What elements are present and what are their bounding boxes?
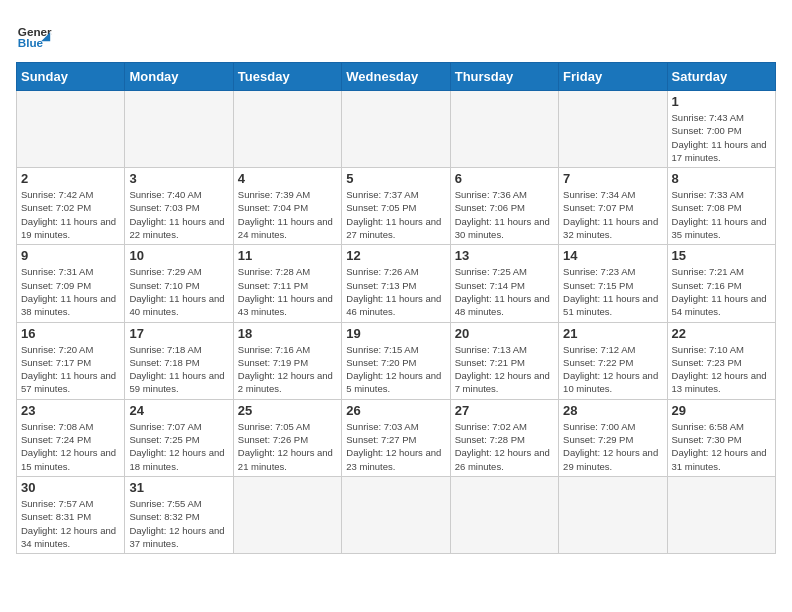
day-number: 28: [563, 403, 662, 418]
calendar-cell: 7Sunrise: 7:34 AM Sunset: 7:07 PM Daylig…: [559, 168, 667, 245]
day-number: 10: [129, 248, 228, 263]
calendar-cell: [342, 91, 450, 168]
day-number: 15: [672, 248, 771, 263]
day-number: 13: [455, 248, 554, 263]
day-info: Sunrise: 7:23 AM Sunset: 7:15 PM Dayligh…: [563, 265, 662, 318]
day-info: Sunrise: 7:28 AM Sunset: 7:11 PM Dayligh…: [238, 265, 337, 318]
calendar-cell: 12Sunrise: 7:26 AM Sunset: 7:13 PM Dayli…: [342, 245, 450, 322]
calendar-cell: 10Sunrise: 7:29 AM Sunset: 7:10 PM Dayli…: [125, 245, 233, 322]
day-info: Sunrise: 7:39 AM Sunset: 7:04 PM Dayligh…: [238, 188, 337, 241]
calendar-cell: [233, 91, 341, 168]
calendar-cell: 5Sunrise: 7:37 AM Sunset: 7:05 PM Daylig…: [342, 168, 450, 245]
calendar-cell: 22Sunrise: 7:10 AM Sunset: 7:23 PM Dayli…: [667, 322, 775, 399]
calendar-cell: [233, 476, 341, 553]
weekday-header: Saturday: [667, 63, 775, 91]
calendar-cell: [450, 91, 558, 168]
day-number: 16: [21, 326, 120, 341]
calendar: SundayMondayTuesdayWednesdayThursdayFrid…: [16, 62, 776, 554]
day-info: Sunrise: 7:34 AM Sunset: 7:07 PM Dayligh…: [563, 188, 662, 241]
calendar-cell: 14Sunrise: 7:23 AM Sunset: 7:15 PM Dayli…: [559, 245, 667, 322]
calendar-cell: [125, 91, 233, 168]
logo: General Blue: [16, 16, 58, 52]
calendar-week-row: 30Sunrise: 7:57 AM Sunset: 8:31 PM Dayli…: [17, 476, 776, 553]
day-info: Sunrise: 7:42 AM Sunset: 7:02 PM Dayligh…: [21, 188, 120, 241]
calendar-week-row: 16Sunrise: 7:20 AM Sunset: 7:17 PM Dayli…: [17, 322, 776, 399]
day-info: Sunrise: 7:12 AM Sunset: 7:22 PM Dayligh…: [563, 343, 662, 396]
day-number: 6: [455, 171, 554, 186]
day-number: 24: [129, 403, 228, 418]
day-number: 22: [672, 326, 771, 341]
day-number: 19: [346, 326, 445, 341]
weekday-header: Thursday: [450, 63, 558, 91]
calendar-week-row: 2Sunrise: 7:42 AM Sunset: 7:02 PM Daylig…: [17, 168, 776, 245]
day-number: 2: [21, 171, 120, 186]
calendar-cell: 9Sunrise: 7:31 AM Sunset: 7:09 PM Daylig…: [17, 245, 125, 322]
day-number: 25: [238, 403, 337, 418]
header: General Blue: [16, 16, 776, 52]
day-number: 27: [455, 403, 554, 418]
day-info: Sunrise: 7:02 AM Sunset: 7:28 PM Dayligh…: [455, 420, 554, 473]
calendar-cell: 30Sunrise: 7:57 AM Sunset: 8:31 PM Dayli…: [17, 476, 125, 553]
svg-text:Blue: Blue: [18, 36, 44, 49]
calendar-cell: 8Sunrise: 7:33 AM Sunset: 7:08 PM Daylig…: [667, 168, 775, 245]
day-number: 8: [672, 171, 771, 186]
logo-icon: General Blue: [16, 16, 52, 52]
calendar-cell: 24Sunrise: 7:07 AM Sunset: 7:25 PM Dayli…: [125, 399, 233, 476]
day-info: Sunrise: 7:29 AM Sunset: 7:10 PM Dayligh…: [129, 265, 228, 318]
calendar-body: 1Sunrise: 7:43 AM Sunset: 7:00 PM Daylig…: [17, 91, 776, 554]
day-info: Sunrise: 7:25 AM Sunset: 7:14 PM Dayligh…: [455, 265, 554, 318]
day-info: Sunrise: 7:33 AM Sunset: 7:08 PM Dayligh…: [672, 188, 771, 241]
calendar-cell: 21Sunrise: 7:12 AM Sunset: 7:22 PM Dayli…: [559, 322, 667, 399]
calendar-cell: 23Sunrise: 7:08 AM Sunset: 7:24 PM Dayli…: [17, 399, 125, 476]
calendar-cell: [559, 476, 667, 553]
day-number: 30: [21, 480, 120, 495]
calendar-cell: [559, 91, 667, 168]
calendar-cell: 16Sunrise: 7:20 AM Sunset: 7:17 PM Dayli…: [17, 322, 125, 399]
calendar-cell: 20Sunrise: 7:13 AM Sunset: 7:21 PM Dayli…: [450, 322, 558, 399]
day-number: 20: [455, 326, 554, 341]
day-number: 14: [563, 248, 662, 263]
day-info: Sunrise: 6:58 AM Sunset: 7:30 PM Dayligh…: [672, 420, 771, 473]
day-number: 1: [672, 94, 771, 109]
calendar-cell: [667, 476, 775, 553]
day-number: 9: [21, 248, 120, 263]
day-number: 26: [346, 403, 445, 418]
day-info: Sunrise: 7:18 AM Sunset: 7:18 PM Dayligh…: [129, 343, 228, 396]
calendar-cell: 26Sunrise: 7:03 AM Sunset: 7:27 PM Dayli…: [342, 399, 450, 476]
calendar-cell: 31Sunrise: 7:55 AM Sunset: 8:32 PM Dayli…: [125, 476, 233, 553]
day-number: 23: [21, 403, 120, 418]
day-number: 7: [563, 171, 662, 186]
day-info: Sunrise: 7:20 AM Sunset: 7:17 PM Dayligh…: [21, 343, 120, 396]
day-info: Sunrise: 7:57 AM Sunset: 8:31 PM Dayligh…: [21, 497, 120, 550]
day-info: Sunrise: 7:21 AM Sunset: 7:16 PM Dayligh…: [672, 265, 771, 318]
day-info: Sunrise: 7:37 AM Sunset: 7:05 PM Dayligh…: [346, 188, 445, 241]
calendar-cell: 27Sunrise: 7:02 AM Sunset: 7:28 PM Dayli…: [450, 399, 558, 476]
weekday-header: Wednesday: [342, 63, 450, 91]
day-info: Sunrise: 7:36 AM Sunset: 7:06 PM Dayligh…: [455, 188, 554, 241]
calendar-cell: 11Sunrise: 7:28 AM Sunset: 7:11 PM Dayli…: [233, 245, 341, 322]
day-number: 5: [346, 171, 445, 186]
day-info: Sunrise: 7:10 AM Sunset: 7:23 PM Dayligh…: [672, 343, 771, 396]
calendar-cell: 25Sunrise: 7:05 AM Sunset: 7:26 PM Dayli…: [233, 399, 341, 476]
day-number: 17: [129, 326, 228, 341]
calendar-week-row: 9Sunrise: 7:31 AM Sunset: 7:09 PM Daylig…: [17, 245, 776, 322]
calendar-cell: 29Sunrise: 6:58 AM Sunset: 7:30 PM Dayli…: [667, 399, 775, 476]
calendar-cell: 13Sunrise: 7:25 AM Sunset: 7:14 PM Dayli…: [450, 245, 558, 322]
calendar-week-row: 23Sunrise: 7:08 AM Sunset: 7:24 PM Dayli…: [17, 399, 776, 476]
day-info: Sunrise: 7:03 AM Sunset: 7:27 PM Dayligh…: [346, 420, 445, 473]
calendar-cell: 4Sunrise: 7:39 AM Sunset: 7:04 PM Daylig…: [233, 168, 341, 245]
calendar-cell: 6Sunrise: 7:36 AM Sunset: 7:06 PM Daylig…: [450, 168, 558, 245]
day-number: 31: [129, 480, 228, 495]
day-number: 4: [238, 171, 337, 186]
day-info: Sunrise: 7:00 AM Sunset: 7:29 PM Dayligh…: [563, 420, 662, 473]
calendar-cell: 15Sunrise: 7:21 AM Sunset: 7:16 PM Dayli…: [667, 245, 775, 322]
day-info: Sunrise: 7:15 AM Sunset: 7:20 PM Dayligh…: [346, 343, 445, 396]
calendar-header: SundayMondayTuesdayWednesdayThursdayFrid…: [17, 63, 776, 91]
calendar-cell: 1Sunrise: 7:43 AM Sunset: 7:00 PM Daylig…: [667, 91, 775, 168]
calendar-cell: 28Sunrise: 7:00 AM Sunset: 7:29 PM Dayli…: [559, 399, 667, 476]
weekday-row: SundayMondayTuesdayWednesdayThursdayFrid…: [17, 63, 776, 91]
day-number: 29: [672, 403, 771, 418]
day-info: Sunrise: 7:08 AM Sunset: 7:24 PM Dayligh…: [21, 420, 120, 473]
calendar-cell: 17Sunrise: 7:18 AM Sunset: 7:18 PM Dayli…: [125, 322, 233, 399]
day-info: Sunrise: 7:05 AM Sunset: 7:26 PM Dayligh…: [238, 420, 337, 473]
